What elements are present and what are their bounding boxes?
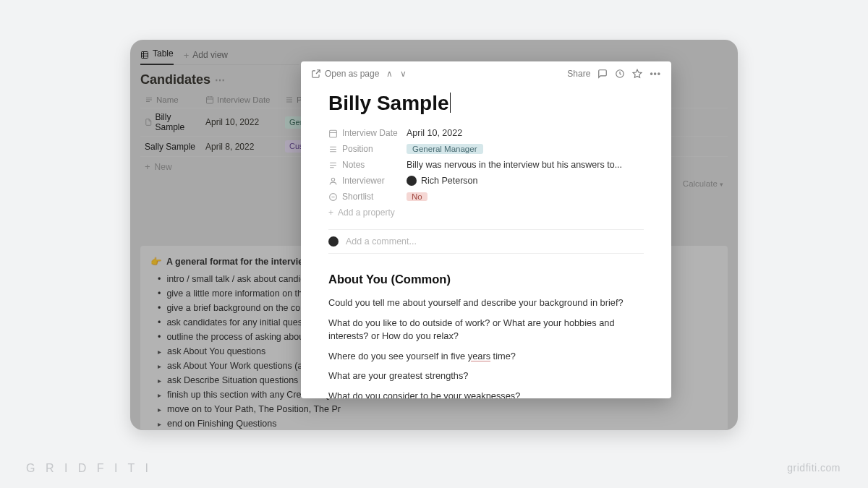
plus-icon: + [145,161,150,172]
add-view-button[interactable]: + Add view [184,50,228,61]
toggle-icon [158,373,161,388]
svg-rect-13 [330,130,337,137]
toggle-icon [158,416,161,430]
more-menu-icon[interactable]: ••• [650,69,661,79]
calendar-icon [328,129,338,138]
row-name: Sally Sample [145,142,195,152]
comments-icon[interactable] [597,69,608,79]
col-name[interactable]: Name [140,92,201,108]
list-icon [328,145,338,154]
col-date[interactable]: Interview Date [201,92,281,108]
bullet-icon [158,330,161,344]
svg-point-21 [331,178,334,181]
plus-icon: + [184,50,190,61]
question: What do you like to do outside of work? … [328,317,644,343]
question: Where do you see yourself in five years … [328,350,644,364]
question: What do you consider to be your weakness… [328,390,644,398]
bullet-icon [158,315,161,330]
row-date: April 10, 2022 [205,117,259,127]
prop-interviewer[interactable]: Interviewer Rich Peterson [328,173,644,189]
watermark-right: gridfiti.com [787,462,841,474]
favorite-icon[interactable] [632,69,642,79]
tab-table[interactable]: Table [140,48,174,61]
add-view-label: Add view [192,50,228,60]
page-properties: Interview Date April 10, 2022 Position G… [328,125,644,218]
section-heading: About You (Common) [328,273,644,286]
bullet-icon [158,272,161,286]
prop-notes[interactable]: Notes Billy was nervous in the interview… [328,157,644,173]
question: Could you tell me about yourself and des… [328,296,644,310]
guide-item[interactable]: move on to Your Path, The Position, The … [158,402,718,416]
add-property-button[interactable]: + Add a property [328,207,644,218]
toggle-icon [158,344,161,359]
database-title[interactable]: Candidates [140,72,210,87]
bullet-icon [158,301,161,315]
pointing-hand-icon: 👉 [150,254,162,269]
share-button[interactable]: Share [567,69,590,79]
prop-interview-date[interactable]: Interview Date April 10, 2022 [328,125,644,141]
question: What are your greatest strengths? [328,369,644,383]
toggle-icon [158,402,161,416]
text-icon [328,160,338,170]
person-icon [328,176,338,186]
position-badge: General Manager [407,144,483,154]
row-name: Billy Sample [155,112,197,132]
prop-shortlist[interactable]: Shortlist No [328,189,644,205]
page-icon [145,118,152,127]
page-title[interactable]: Billy Sample [328,92,449,115]
notion-window: Table + Add view Candidates ⋯ Name Inter… [130,40,738,430]
next-page-button[interactable]: ∨ [400,69,407,79]
updates-icon[interactable] [615,69,625,79]
svg-rect-4 [207,97,213,103]
svg-rect-0 [142,52,148,59]
bullet-icon [158,286,161,301]
text-cursor [450,93,451,113]
plus-icon: + [328,207,333,218]
tab-table-label: Table [153,48,174,61]
add-comment[interactable]: Add a comment... [328,229,644,254]
view-tabs: Table + Add view [140,48,299,65]
select-icon [328,192,338,202]
question-list: Could you tell me about yourself and des… [328,296,644,398]
toggle-icon [158,359,161,373]
svg-marker-12 [634,69,642,77]
open-as-page-button[interactable]: Open as page [311,69,379,79]
page-modal: Open as page ∧ ∨ Share ••• Billy Sample [301,61,671,398]
row-date: April 8, 2022 [205,142,254,152]
toggle-icon [158,388,161,402]
prop-position[interactable]: Position General Manager [328,141,644,157]
watermark-left: G R I D F I T I [26,462,152,475]
shortlist-badge: No [407,192,427,201]
avatar [407,176,417,186]
database-menu-icon[interactable]: ⋯ [215,74,225,86]
guide-item[interactable]: end on Finishing Questions [158,416,718,430]
avatar [328,236,339,247]
prev-page-button[interactable]: ∧ [386,69,393,79]
